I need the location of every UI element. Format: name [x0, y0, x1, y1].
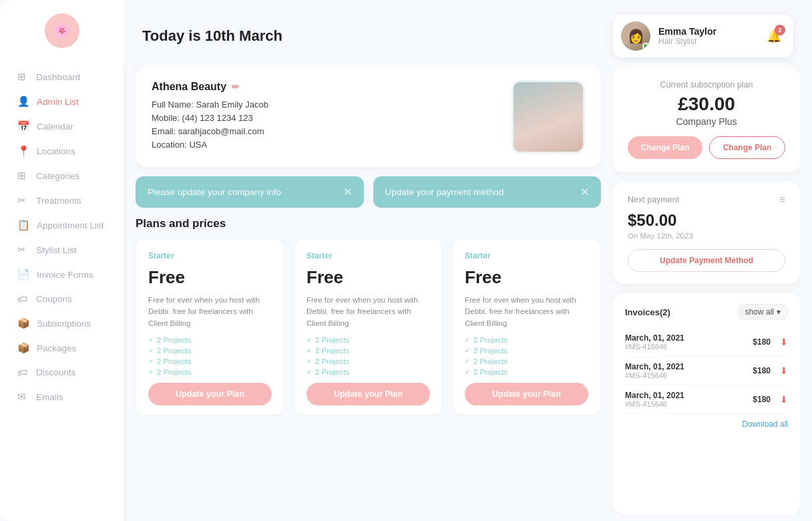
invoice-download-3[interactable]: ⬇: [780, 394, 788, 405]
invoice-date-1: March, 01, 2021: [625, 333, 684, 343]
invoice-id-1: #MS-415646: [625, 343, 684, 351]
plan-feature-2-1: 2 Projects: [307, 336, 430, 344]
invoice-date-3: March, 01, 2021: [625, 391, 684, 400]
sidebar-item-locations[interactable]: 📍 Locations: [5, 139, 118, 163]
invoice-row-3: March, 01, 2021 #MS-415646 $180 ⬇: [625, 385, 788, 414]
logo-icon: 🌸: [45, 13, 79, 48]
avatar: 👩: [621, 21, 650, 51]
subscription-price: £30.00: [628, 94, 785, 115]
plan-feature-1-3: 2 Projects: [148, 357, 272, 365]
invoice-meta-1: March, 01, 2021 #MS-415646: [625, 333, 684, 351]
right-panel: Current subscription plan £30.00 Company…: [613, 67, 800, 514]
plan-desc-3: Free for ever when you host with Debbi. …: [465, 295, 588, 329]
invoices-header: Invoices(2) show all ▾: [625, 304, 788, 320]
sidebar-label-dashboard: Dashboard: [36, 72, 80, 82]
mobile-field: Mobile: (44) 123 1234 123: [152, 113, 512, 123]
sidebar-item-discounts[interactable]: 🏷 Discounts: [5, 361, 118, 384]
content-area: Athena Beauty ✏ Full Name: Sarah Emily J…: [124, 67, 812, 521]
change-plan-primary-button[interactable]: Change Plan: [628, 136, 702, 159]
user-role: Hair Stylist: [658, 37, 759, 46]
plan-btn-2[interactable]: Update your Plan: [307, 383, 430, 405]
alert-payment-text: Update your payment method: [385, 187, 504, 197]
online-indicator: [642, 43, 649, 49]
sidebar-item-categories[interactable]: ⊞ Categories: [5, 164, 118, 188]
next-payment-card: Next payment ≡ $50.00 On May 12th, 2023 …: [613, 182, 800, 284]
change-plan-outline-button[interactable]: Change Plan: [709, 136, 785, 159]
sidebar-item-subscriptions[interactable]: 📦 Subscriptions: [5, 311, 118, 335]
invoice-forms-icon: 📄: [17, 269, 30, 281]
plan-card-2: Starter Free Free for ever when you host…: [294, 238, 443, 415]
subscriptions-icon: 📦: [17, 317, 30, 329]
full-name-field: Full Name: Sarah Emily Jacob: [152, 100, 512, 110]
sidebar-label-appointment-list: Appointment List: [37, 220, 104, 230]
plan-price-3: Free: [465, 267, 588, 288]
profile-card: Athena Beauty ✏ Full Name: Sarah Emily J…: [136, 67, 601, 167]
sidebar-item-invoice-forms[interactable]: 📄 Invoice Forms: [5, 263, 118, 287]
business-name: Athena Beauty ✏: [152, 81, 512, 93]
edit-icon[interactable]: ✏: [232, 81, 240, 92]
notifications-button[interactable]: 🔔 2: [767, 29, 781, 43]
sidebar-item-appointment-list[interactable]: 📋 Appointment List: [5, 213, 118, 237]
download-all-button[interactable]: Download all: [742, 419, 788, 429]
user-info: Emma Taylor Hair Stylist: [658, 26, 759, 46]
invoice-amount-2: $180: [753, 366, 771, 375]
plan-feature-3-2: 2 Projects: [465, 347, 588, 355]
sidebar-item-coupons[interactable]: 🏷 Coupons: [5, 287, 118, 311]
plan-desc-2: Free for ever when you host with Debbi. …: [307, 295, 430, 329]
invoice-id-3: #MS-415646: [625, 400, 684, 408]
chevron-down-icon: ▾: [777, 307, 781, 317]
categories-icon: ⊞: [17, 170, 29, 182]
dashboard-icon: ⊞: [17, 71, 29, 83]
plan-feature-3-3: 2 Projects: [465, 357, 588, 365]
invoice-date-2: March, 01, 2021: [625, 362, 684, 371]
invoice-right-3: $180 ⬇: [753, 394, 788, 405]
plan-price-2: Free: [307, 267, 430, 288]
invoice-download-2[interactable]: ⬇: [780, 365, 788, 376]
sidebar-item-emails[interactable]: ✉ Emails: [5, 385, 118, 409]
download-all-row: Download all: [625, 419, 788, 429]
sidebar-label-calendar: Calendar: [37, 122, 73, 132]
plans-section: Plans and prices Starter Free Free for e…: [136, 217, 601, 514]
logo: 🌸: [0, 13, 124, 48]
sidebar-item-packages[interactable]: 📦 Packages: [5, 336, 118, 360]
sidebar-label-coupons: Coupons: [36, 294, 72, 304]
invoice-right-2: $180 ⬇: [753, 365, 788, 376]
menu-icon[interactable]: ≡: [779, 194, 785, 206]
sidebar-item-treatments[interactable]: ✂ Treatments: [5, 188, 118, 212]
sidebar-item-admin-list[interactable]: 👤 Admin List: [5, 90, 118, 114]
email-field: Email: sarahjacob@mail.com: [152, 126, 512, 136]
sidebar-label-treatments: Treatments: [36, 196, 81, 206]
plan-feature-3-1: 2 Projects: [465, 336, 588, 344]
sidebar-item-calendar[interactable]: 📅 Calendar: [5, 114, 118, 138]
show-all-dropdown[interactable]: show all ▾: [738, 304, 788, 320]
invoice-meta-3: March, 01, 2021 #MS-415646: [625, 391, 684, 408]
plans-grid: Starter Free Free for ever when you host…: [136, 238, 601, 415]
alert-payment-close[interactable]: ✕: [580, 186, 589, 198]
stylist-icon: ✂: [17, 244, 29, 256]
admin-list-icon: 👤: [17, 96, 30, 108]
sidebar-label-packages: Packages: [37, 343, 76, 353]
payment-label: Next payment: [628, 195, 679, 204]
alert-company-close[interactable]: ✕: [343, 186, 352, 198]
alert-banner-payment: Update your payment method ✕: [373, 176, 602, 208]
plan-tier-2: Starter: [307, 251, 430, 260]
invoice-row-1: March, 01, 2021 #MS-415646 $180 ⬇: [625, 328, 788, 357]
user-name: Emma Taylor: [658, 26, 759, 37]
main-content: Today is 10th March 👩 Emma Taylor Hair S…: [124, 0, 812, 521]
update-payment-button[interactable]: Update Payment Method: [628, 249, 785, 272]
sidebar-item-dashboard[interactable]: ⊞ Dashboard: [5, 65, 118, 89]
invoice-download-1[interactable]: ⬇: [780, 337, 788, 347]
plan-tier-3: Starter: [465, 251, 588, 260]
plan-desc-1: Free for ever when you host with Debbi. …: [148, 295, 272, 329]
invoice-amount-1: $180: [753, 337, 771, 347]
sidebar-label-discounts: Discounts: [36, 367, 75, 377]
notification-badge: 2: [775, 25, 785, 35]
sidebar-item-stylist-list[interactable]: ✂ Stylist List: [5, 238, 118, 262]
user-card: 👩 Emma Taylor Hair Stylist 🔔 2: [613, 15, 793, 57]
plan-btn-3[interactable]: Update your Plan: [465, 383, 588, 405]
invoice-right-1: $180 ⬇: [753, 337, 788, 347]
emails-icon: ✉: [17, 391, 29, 403]
plan-btn-1[interactable]: Update your Plan: [148, 383, 272, 405]
locations-icon: 📍: [17, 145, 30, 157]
calendar-icon: 📅: [17, 120, 30, 132]
